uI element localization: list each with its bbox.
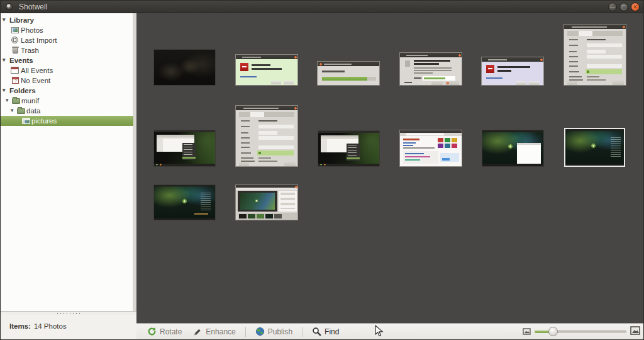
photo-cell [399, 130, 462, 167]
sidebar-section-library[interactable]: ▾ Library [1, 15, 136, 25]
photo-grid-row [153, 105, 643, 167]
publish-button[interactable]: Publish [250, 325, 298, 338]
folder-icon [12, 98, 20, 104]
minimize-button[interactable]: — [608, 3, 617, 11]
sidebar-resize-handle[interactable] [1, 311, 136, 315]
publish-globe-icon [255, 327, 265, 336]
photo-cell [153, 49, 216, 86]
sidebar-item-folder-data[interactable]: ▾ data [1, 106, 136, 116]
zoom-in-thumbnail-icon[interactable] [630, 326, 640, 337]
sidebar-section-folders[interactable]: ▾ Folders [1, 86, 136, 96]
search-icon [312, 327, 321, 336]
photo-grid-row [153, 184, 643, 220]
sidebar-item-trash[interactable]: Trash [1, 45, 136, 55]
close-button[interactable]: ✕ [631, 3, 640, 11]
photo-cell [481, 57, 544, 86]
photo-superdeb-installer[interactable] [317, 61, 380, 86]
photo-cell [564, 24, 626, 86]
photo-grid-row [153, 24, 643, 86]
enhance-icon [193, 327, 203, 336]
trash-icon [13, 47, 18, 54]
collapse-triangle-icon[interactable]: ▾ [11, 107, 14, 113]
toolbar-separator [245, 327, 246, 337]
photo-cell [317, 130, 380, 167]
photo-cell [317, 61, 380, 86]
sidebar-item-last-import[interactable]: Last Import [1, 35, 136, 45]
collapse-triangle-icon[interactable]: ▾ [6, 97, 9, 103]
photo-properties-dialog-1[interactable] [564, 24, 626, 86]
collapse-triangle-icon[interactable]: ▾ [3, 87, 6, 93]
photo-cell [399, 52, 462, 86]
maximize-button[interactable]: ▢ [619, 3, 628, 11]
sidebar-item-all-events[interactable]: All Events [1, 65, 136, 76]
library-tree: ▾ Library Photos Last Import Trash ▾ [1, 13, 136, 311]
sidebar-section-events[interactable]: ▾ Events [1, 55, 136, 65]
photo-grid [136, 13, 643, 323]
folder-pictures-icon [22, 118, 30, 124]
titlebar[interactable]: Shotwell — ▢ ✕ [1, 1, 643, 13]
photo-cell [153, 184, 216, 220]
rotate-icon [147, 327, 157, 336]
sidebar-item-no-event[interactable]: No Event [1, 76, 136, 86]
zoom-out-thumbnail-icon[interactable] [523, 326, 531, 337]
photo-desktop-file-manager-2[interactable] [318, 130, 380, 167]
photo-filezilla-success-dialog[interactable] [235, 54, 298, 86]
events-icon [11, 67, 19, 74]
photo-cell [481, 130, 544, 167]
app-icon [6, 3, 13, 10]
items-count-label: Items: [9, 322, 31, 330]
zoom-slider-handle[interactable] [548, 327, 558, 336]
sidebar-item-folder-munif[interactable]: ▾ munif [1, 96, 136, 106]
photo-cell [153, 130, 216, 167]
thumbnail-zoom-control [523, 326, 640, 337]
zoom-slider[interactable] [535, 326, 626, 337]
window-title: Shotwell [19, 3, 47, 11]
sidebar-item-photos[interactable]: Photos [1, 25, 136, 35]
toolbar-separator [302, 327, 303, 337]
photo-movie-scene[interactable] [153, 49, 216, 86]
photo-mate-desktop-conky[interactable] [564, 128, 625, 167]
rotate-button[interactable]: Rotate [142, 325, 187, 338]
sidebar: ▾ Library Photos Last Import Trash ▾ [1, 13, 136, 339]
no-event-icon [12, 77, 19, 84]
enhance-button[interactable]: Enhance [187, 325, 241, 338]
photo-desktop-file-manager-1[interactable] [153, 130, 216, 167]
clock-icon [11, 37, 18, 43]
photo-cell [235, 184, 298, 220]
items-count-value: 14 Photos [34, 322, 67, 330]
status-bar: Items:14 Photos [1, 315, 136, 339]
grip-dots-icon [56, 313, 81, 314]
collapse-triangle-icon[interactable]: ▾ [3, 57, 6, 63]
collapse-triangle-icon[interactable]: ▾ [3, 16, 6, 23]
photo-cell [235, 54, 298, 86]
photo-mate-desktop-window[interactable] [482, 130, 544, 167]
photo-cell [564, 128, 626, 167]
folder-icon [17, 108, 25, 114]
photo-authenticate-dialog[interactable] [399, 52, 462, 86]
shotwell-window: Shotwell — ▢ ✕ ▾ Library Photos Last Imp [0, 0, 644, 340]
photo-filezilla-install-prompt[interactable] [481, 57, 544, 86]
photos-icon [11, 27, 19, 33]
photo-mate-desktop[interactable] [153, 184, 216, 220]
photo-properties-dialog-2[interactable] [235, 105, 298, 167]
bottom-toolbar: Rotate Enhance Publish [136, 323, 643, 339]
find-button[interactable]: Find [306, 325, 345, 338]
photo-image-editor[interactable] [235, 184, 298, 220]
sidebar-item-folder-pictures[interactable]: pictures [1, 116, 133, 126]
photo-browser-page[interactable] [399, 130, 462, 167]
photo-cell [235, 105, 298, 167]
